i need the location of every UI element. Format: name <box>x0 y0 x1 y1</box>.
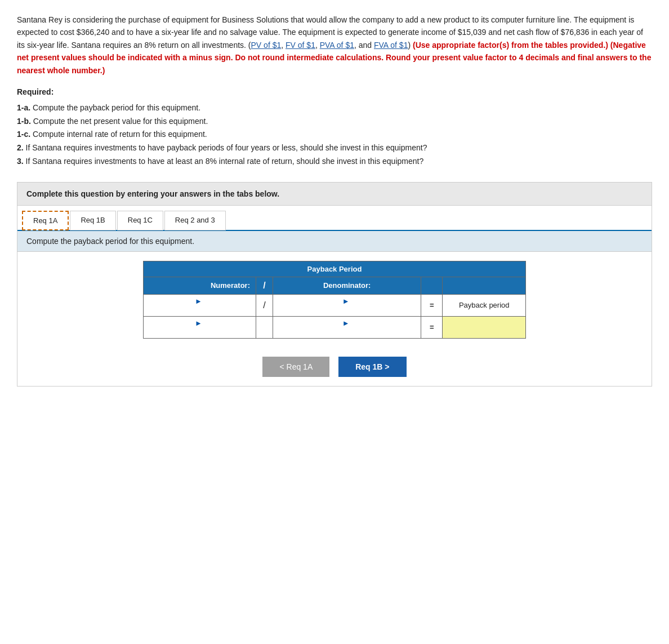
payback-table: Payback Period Numerator: / Denominator:… <box>143 261 526 339</box>
fv1-link[interactable]: FV of $1 <box>286 41 315 50</box>
result-value-2 <box>443 316 526 338</box>
table-row: ► ► = <box>144 316 526 338</box>
eq-header <box>421 277 443 294</box>
tab-req1c[interactable]: Req 1C <box>117 211 163 230</box>
tab-description: Compute the payback period for this equi… <box>17 231 652 252</box>
denominator-header: Denominator: <box>273 277 421 294</box>
pva1-link[interactable]: PVA of $1 <box>320 41 354 50</box>
slash-1: / <box>256 294 273 316</box>
slash-2 <box>256 316 273 338</box>
numerator-input-cell-1[interactable]: ► <box>144 294 256 316</box>
tab-req23[interactable]: Req 2 and 3 <box>164 211 226 230</box>
back-button[interactable]: < Req 1A <box>262 357 329 377</box>
denominator-input-cell-1[interactable]: ► <box>273 294 421 316</box>
tabs-row: Req 1A Req 1B Req 1C Req 2 and 3 <box>17 206 652 231</box>
complete-banner: Complete this question by entering your … <box>17 183 652 206</box>
req-item-3: 3. If Santana requires investments to ha… <box>17 155 652 168</box>
arrow-indicator-1: ► <box>195 297 202 305</box>
numerator-input-1[interactable] <box>146 305 253 314</box>
slash-header: / <box>256 277 273 294</box>
equals-1: = <box>421 294 443 316</box>
equals-2: = <box>421 316 443 338</box>
tab-req1b[interactable]: Req 1B <box>70 211 115 230</box>
req-item-1a: 1-a. Compute the payback period for this… <box>17 101 652 115</box>
arrow-indicator-denom-2: ► <box>342 319 350 327</box>
tabs-container: Complete this question by entering your … <box>17 182 652 387</box>
payback-table-wrapper: Payback Period Numerator: / Denominator:… <box>17 252 652 348</box>
tab-req1a[interactable]: Req 1A <box>22 211 69 230</box>
req-item-1b: 1-b. Compute the net present value for t… <box>17 115 652 128</box>
table-sub-header: Numerator: / Denominator: <box>144 277 526 294</box>
req-label-3: 3. <box>17 157 24 166</box>
req-label-1c: 1-c. <box>17 130 30 139</box>
req-label-1a: 1-a. <box>17 103 30 112</box>
denominator-input-1[interactable] <box>275 305 418 314</box>
arrow-indicator-denom-1: ► <box>342 297 350 305</box>
tab-req1c-label: Req 1C <box>128 216 153 224</box>
numerator-input-cell-2[interactable]: ► <box>144 316 256 338</box>
req-item-1c: 1-c. Compute internal rate of return for… <box>17 128 652 141</box>
tab-req23-label: Req 2 and 3 <box>175 216 215 224</box>
arrow-indicator-2: ► <box>195 319 202 327</box>
tab-content-area: Compute the payback period for this equi… <box>17 231 652 386</box>
table-title: Payback Period <box>144 261 526 277</box>
table-row: ► / ► = Payback period <box>144 294 526 316</box>
required-section: Required: 1-a. Compute the payback perio… <box>17 86 652 168</box>
denominator-input-cell-2[interactable]: ► <box>273 316 421 338</box>
numerator-header: Numerator: <box>144 277 256 294</box>
numerator-input-2[interactable] <box>146 327 253 336</box>
denominator-input-2[interactable] <box>275 327 418 336</box>
tab-req1b-label: Req 1B <box>81 216 105 224</box>
required-title: Required: <box>17 86 652 99</box>
req-label-2: 2. <box>17 143 24 152</box>
tab-req1a-label: Req 1A <box>33 216 57 225</box>
fva1-link[interactable]: FVA of $1 <box>374 41 408 50</box>
pv1-link[interactable]: PV of $1 <box>251 41 282 50</box>
intro-paragraph: Santana Rey is considering the purchase … <box>17 14 652 77</box>
table-header-row: Payback Period <box>144 261 526 277</box>
result-header <box>443 277 526 294</box>
result-label-1: Payback period <box>443 294 526 316</box>
req-item-2: 2. If Santana requires investments to ha… <box>17 141 652 155</box>
req-label-1b: 1-b. <box>17 117 31 126</box>
next-button[interactable]: Req 1B > <box>338 357 406 377</box>
nav-buttons: < Req 1A Req 1B > <box>17 348 652 386</box>
